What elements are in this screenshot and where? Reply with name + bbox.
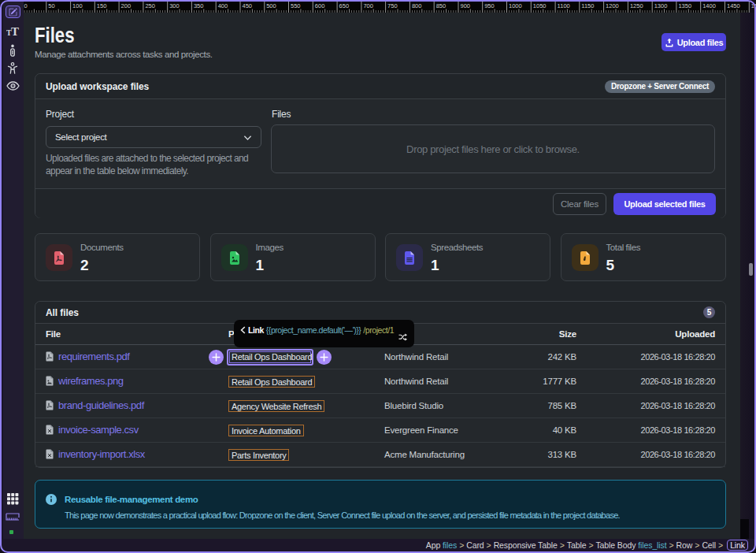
svg-text:800: 800 — [412, 2, 422, 9]
svg-text:250: 250 — [145, 2, 155, 9]
svg-text:1250: 1250 — [630, 2, 643, 9]
svg-text:900: 900 — [461, 2, 471, 9]
svg-text:350: 350 — [194, 2, 204, 9]
svg-text:650: 650 — [339, 2, 350, 9]
svg-text:1000: 1000 — [509, 2, 522, 9]
svg-text:1500: 1500 — [751, 2, 756, 9]
svg-text:100: 100 — [72, 2, 83, 9]
svg-text:300: 300 — [169, 2, 180, 9]
svg-text:1100: 1100 — [558, 2, 570, 9]
svg-text:400: 400 — [218, 2, 228, 9]
svg-text:850: 850 — [436, 2, 447, 9]
svg-text:600: 600 — [315, 2, 325, 9]
svg-text:1200: 1200 — [606, 2, 619, 9]
svg-text:1050: 1050 — [533, 2, 547, 9]
svg-text:950: 950 — [484, 2, 495, 9]
svg-text:1350: 1350 — [678, 2, 691, 9]
svg-text:750: 750 — [387, 2, 398, 9]
svg-text:450: 450 — [243, 2, 253, 9]
svg-text:50: 50 — [48, 2, 54, 9]
svg-text:1450: 1450 — [727, 2, 740, 9]
svg-text:1150: 1150 — [581, 2, 594, 9]
svg-text:1300: 1300 — [654, 2, 668, 9]
svg-text:500: 500 — [266, 2, 276, 9]
svg-text:200: 200 — [121, 2, 132, 9]
svg-text:T: T — [11, 26, 19, 37]
svg-text:150: 150 — [97, 2, 107, 9]
svg-text:550: 550 — [291, 2, 301, 9]
svg-text:0: 0 — [24, 2, 28, 9]
svg-text:1400: 1400 — [702, 2, 716, 9]
svg-text:700: 700 — [363, 2, 373, 9]
